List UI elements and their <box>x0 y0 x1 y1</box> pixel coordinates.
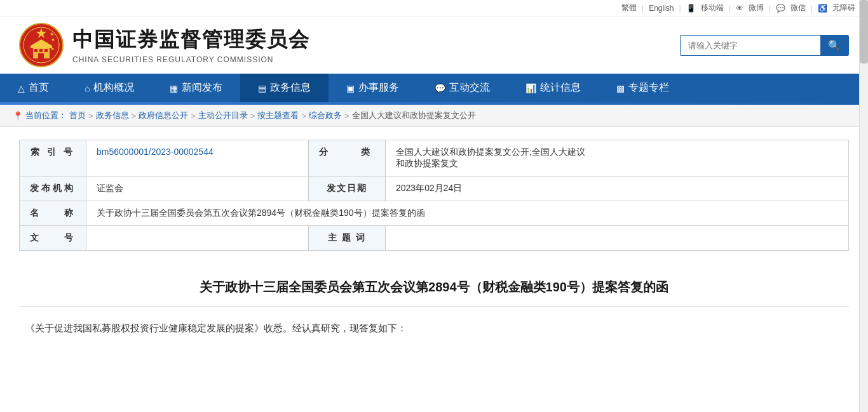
wechat-link[interactable]: 微信 <box>790 3 806 13</box>
divider-2: | <box>679 4 681 13</box>
service-icon: ▣ <box>346 83 355 93</box>
label-index: 索 引 号 <box>20 140 86 176</box>
mobile-link[interactable]: 移动端 <box>701 3 724 13</box>
svg-rect-10 <box>44 49 48 52</box>
search-input[interactable] <box>681 37 820 54</box>
breadcrumb-theme[interactable]: 按主题查看 <box>257 110 299 121</box>
value-publisher: 证监会 <box>86 176 309 201</box>
mobile-icon: 📱 <box>686 4 696 13</box>
scrollbar-track[interactable] <box>859 0 868 349</box>
logo-emblem <box>19 23 64 67</box>
trad-chinese-link[interactable]: 繁體 <box>621 3 637 13</box>
svg-rect-11 <box>38 53 44 58</box>
svg-rect-8 <box>34 49 37 52</box>
value-docno <box>86 226 309 251</box>
site-subtitle: CHINA SECURITIES REGULATORY COMMISSION <box>72 55 310 64</box>
breadcrumb-gov-open[interactable]: 政府信息公开 <box>139 110 188 121</box>
nav-news-label: 新闻发布 <box>182 81 222 95</box>
nav-service[interactable]: ▣ 办事服务 <box>329 74 417 102</box>
table-row-publisher: 发布机构 证监会 发文日期 2023年02月24日 <box>20 176 849 201</box>
breadcrumb-current: 全国人大建议和政协提案复文公开 <box>352 110 476 121</box>
accessible-link[interactable]: 无障碍 <box>832 3 855 13</box>
nav-about-label: 机构概况 <box>93 81 134 95</box>
wechat-icon: 💬 <box>776 4 785 13</box>
nav-home-label: 首页 <box>29 81 49 95</box>
label-date: 发文日期 <box>309 176 386 201</box>
doc-body: 《关于促进我国私募股权投资行业健康稳定发展的提案》收悉。经认真研究，现答复如下： <box>19 319 849 336</box>
divider-4: | <box>769 4 771 13</box>
value-date: 2023年02月24日 <box>386 176 849 201</box>
site-title: 中国证券监督管理委员会 <box>72 26 310 54</box>
value-name: 关于政协十三届全国委员会第五次会议第2894号（财税金融类190号）提案答复的函 <box>86 201 849 226</box>
svg-rect-7 <box>31 46 52 48</box>
table-row-index: 索 引 号 bm56000001/2023-00002544 分 类 全国人大建… <box>20 140 849 176</box>
divider-1: | <box>642 4 644 13</box>
value-category: 全国人大建议和政协提案复文公开;全国人大建议和政协提案复文 <box>386 140 849 176</box>
nav-gov[interactable]: ▤ 政务信息 <box>240 74 329 102</box>
main-content: 索 引 号 bm56000001/2023-00002544 分 类 全国人大建… <box>0 127 868 349</box>
breadcrumb: 📍 当前位置： 首页 > 政务信息 > 政府信息公开 > 主动公开目录 > 按主… <box>0 105 868 127</box>
breadcrumb-icon: 📍 <box>13 111 23 121</box>
svg-rect-9 <box>39 49 43 52</box>
nav-interact-label: 互动交流 <box>449 81 490 95</box>
doc-title-section: 关于政协十三届全国委员会第五次会议第2894号（财税金融类190号）提案答复的函 <box>19 266 849 307</box>
nav-service-label: 办事服务 <box>358 81 399 95</box>
label-publisher: 发布机构 <box>20 176 86 201</box>
nav-interact[interactable]: 💬 互动交流 <box>417 74 508 102</box>
nav-special[interactable]: ▩ 专题专栏 <box>599 74 687 102</box>
english-link[interactable]: English <box>649 4 674 13</box>
breadcrumb-general[interactable]: 综合政务 <box>309 110 342 121</box>
scrollbar-thumb[interactable] <box>860 0 868 63</box>
logo-area: 中国证券监督管理委员会 CHINA SECURITIES REGULATORY … <box>19 23 310 67</box>
breadcrumb-gov[interactable]: 政务信息 <box>96 110 129 121</box>
home-icon: △ <box>18 83 25 93</box>
label-docno: 文 号 <box>20 226 86 251</box>
nav-about[interactable]: ⌂ 机构概况 <box>67 74 152 102</box>
top-bar: 繁體 | English | 📱 移动端 | 👁 微博 | 💬 微信 | ♿ 无… <box>0 0 868 17</box>
stats-icon: 📊 <box>526 83 536 93</box>
divider-3: | <box>729 4 731 13</box>
info-table: 索 引 号 bm56000001/2023-00002544 分 类 全国人大建… <box>19 140 849 251</box>
breadcrumb-catalog[interactable]: 主动公开目录 <box>198 110 248 121</box>
nav-home[interactable]: △ 首页 <box>0 74 67 102</box>
value-keywords <box>386 226 849 251</box>
nav-gov-label: 政务信息 <box>270 81 311 95</box>
weibo-link[interactable]: 微博 <box>749 3 764 13</box>
label-name: 名 称 <box>20 201 86 226</box>
main-nav: △ 首页 ⌂ 机构概况 ▦ 新闻发布 ▤ 政务信息 ▣ 办事服务 💬 互动交流 … <box>0 74 868 102</box>
news-icon: ▦ <box>170 83 178 93</box>
search-box[interactable]: 🔍 <box>680 35 849 56</box>
breadcrumb-prefix: 当前位置： <box>25 110 67 121</box>
table-row-name: 名 称 关于政协十三届全国委员会第五次会议第2894号（财税金融类190号）提案… <box>20 201 849 226</box>
header: 中国证券监督管理委员会 CHINA SECURITIES REGULATORY … <box>0 17 868 74</box>
accessible-icon: ♿ <box>818 4 827 13</box>
value-index[interactable]: bm56000001/2023-00002544 <box>86 140 309 176</box>
divider-5: | <box>811 4 813 13</box>
breadcrumb-home[interactable]: 首页 <box>69 110 86 121</box>
label-category: 分 类 <box>309 140 386 176</box>
special-icon: ▩ <box>616 83 625 93</box>
label-keywords: 主 题 词 <box>309 226 386 251</box>
weibo-icon: 👁 <box>736 4 743 13</box>
doc-body-first: 《关于促进我国私募股权投资行业健康稳定发展的提案》收悉。经认真研究，现答复如下： <box>25 319 843 336</box>
table-row-docno: 文 号 主 题 词 <box>20 226 849 251</box>
search-button[interactable]: 🔍 <box>820 36 848 55</box>
doc-title: 关于政协十三届全国委员会第五次会议第2894号（财税金融类190号）提案答复的函 <box>19 279 849 296</box>
nav-stats[interactable]: 📊 统计信息 <box>508 74 599 102</box>
about-icon: ⌂ <box>85 83 90 93</box>
interact-icon: 💬 <box>435 83 445 93</box>
nav-stats-label: 统计信息 <box>540 81 581 95</box>
nav-news[interactable]: ▦ 新闻发布 <box>152 74 240 102</box>
nav-special-label: 专题专栏 <box>628 81 669 95</box>
logo-text: 中国证券监督管理委员会 CHINA SECURITIES REGULATORY … <box>72 26 310 64</box>
gov-icon: ▤ <box>258 83 266 93</box>
